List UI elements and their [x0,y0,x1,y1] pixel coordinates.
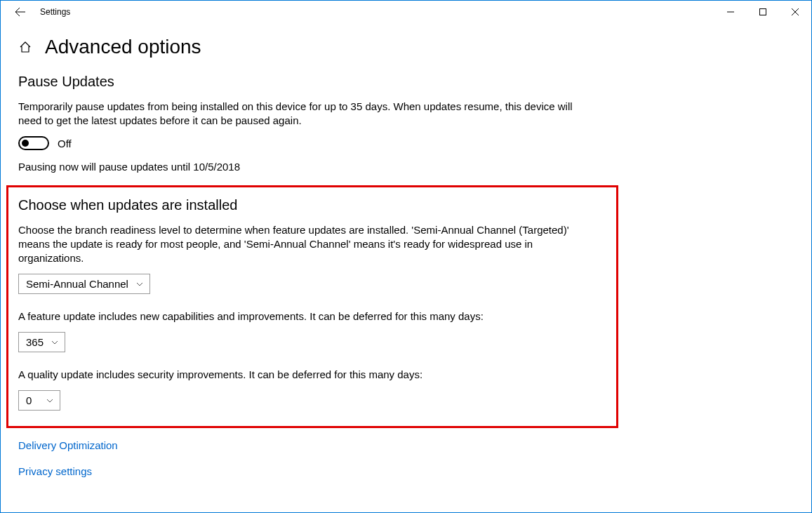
pause-heading: Pause Updates [18,74,794,90]
delivery-optimization-link[interactable]: Delivery Optimization [18,439,794,451]
back-arrow-icon [15,6,26,18]
maximize-button[interactable] [747,1,779,23]
quality-defer-label: A quality update includes security impro… [18,368,580,382]
chevron-down-icon [51,338,59,347]
chevron-down-icon [46,397,54,405]
toggle-knob [22,140,29,147]
pause-description: Temporarily pause updates from being ins… [18,100,580,128]
channel-dropdown[interactable]: Semi-Annual Channel [18,274,150,294]
home-icon[interactable] [18,40,32,54]
close-button[interactable] [779,1,811,23]
privacy-settings-link[interactable]: Privacy settings [18,465,794,477]
page-header: Advanced options [18,36,794,58]
svg-rect-0 [760,9,766,15]
window-title: Settings [40,7,70,17]
quality-defer-dropdown[interactable]: 0 [18,390,60,411]
maximize-icon [759,8,766,15]
feature-defer-label: A feature update includes new capabiliti… [18,309,580,324]
choose-description: Choose the branch readiness level to det… [18,223,580,265]
pause-toggle[interactable] [18,136,49,150]
pause-note: Pausing now will pause updates until 10/… [18,160,580,174]
close-icon [792,8,799,15]
quality-defer-value: 0 [26,394,32,406]
feature-defer-dropdown[interactable]: 365 [18,332,65,352]
minimize-icon [727,8,734,15]
window-controls [714,1,811,23]
feature-defer-value: 365 [26,336,44,348]
channel-value: Semi-Annual Channel [26,278,128,290]
chevron-down-icon [135,280,144,288]
content-area: Advanced options Pause Updates Temporari… [1,23,811,505]
title-bar: Settings [1,1,811,23]
page-title: Advanced options [45,36,201,58]
minimize-button[interactable] [714,1,747,23]
back-button[interactable] [6,1,34,23]
choose-heading: Choose when updates are installed [18,197,606,213]
highlight-box: Choose when updates are installed Choose… [6,185,618,428]
pause-toggle-label: Off [58,138,72,149]
